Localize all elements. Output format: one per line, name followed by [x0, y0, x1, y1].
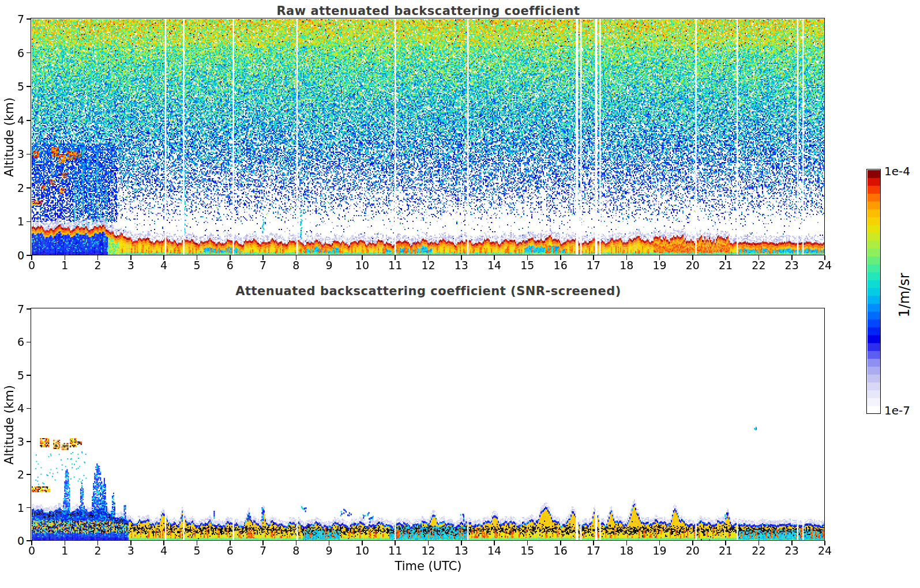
x-tick-label: 15	[520, 544, 534, 557]
x-tick-label: 8	[292, 259, 299, 272]
x-tick-label: 18	[619, 259, 633, 272]
screened-heatmap-canvas	[32, 309, 825, 541]
y-tick-mark	[27, 474, 31, 475]
y-tick-mark	[27, 540, 31, 541]
x-tick-label: 9	[326, 544, 333, 557]
x-axis-label: Time (UTC)	[32, 559, 825, 573]
y-tick-label: 6	[17, 336, 24, 348]
x-tick-label: 3	[127, 544, 134, 557]
x-tick-label: 7	[260, 544, 266, 557]
y-tick-label: 2	[17, 182, 24, 194]
x-tick-label: 19	[652, 544, 666, 557]
y-tick-label: 4	[17, 402, 24, 414]
y-tick-label: 3	[17, 435, 24, 448]
y-tick-label: 7	[17, 303, 24, 315]
x-tick-label: 8	[292, 544, 299, 557]
y-tick-mark	[27, 187, 31, 189]
x-tick-label: 4	[160, 544, 167, 557]
x-tick-label: 2	[95, 544, 102, 557]
x-tick-label: 13	[455, 544, 468, 557]
x-tick-label: 12	[421, 259, 435, 272]
y-tick-label: 3	[17, 148, 24, 160]
screened-panel-title: Attenuated backscattering coefficient (S…	[32, 284, 825, 298]
y-tick-label: 5	[17, 80, 24, 93]
y-tick-mark	[27, 255, 31, 256]
x-tick-label: 5	[193, 544, 200, 557]
x-tick-label: 17	[587, 544, 600, 557]
x-tick-label: 0	[28, 259, 35, 272]
y-tick-mark	[27, 342, 31, 343]
y-tick-label: 1	[17, 502, 24, 514]
y-tick-label: 1	[17, 215, 24, 228]
y-tick-label: 5	[17, 369, 24, 382]
y-tick-label: 6	[17, 47, 24, 59]
x-tick-label: 21	[719, 259, 733, 272]
x-tick-label: 23	[785, 259, 799, 272]
raw-y-axis-label: Altitude (km)	[2, 33, 16, 241]
x-tick-label: 17	[587, 259, 600, 272]
x-tick-label: 24	[818, 259, 832, 272]
x-tick-label: 1	[61, 259, 68, 272]
lidar-backscatter-figure: Raw attenuated backscattering coefficien…	[0, 0, 920, 588]
x-tick-label: 3	[127, 259, 134, 272]
y-tick-mark	[27, 441, 31, 442]
x-tick-label: 4	[160, 259, 167, 272]
colorbar-max-label: 1e-4	[884, 164, 910, 178]
y-tick-mark	[27, 18, 31, 20]
x-tick-label: 21	[719, 544, 733, 557]
x-tick-label: 20	[686, 544, 700, 557]
x-tick-label: 5	[193, 259, 200, 272]
x-tick-label: 11	[388, 544, 402, 557]
raw-heatmap-canvas	[32, 19, 825, 255]
x-tick-label: 14	[487, 259, 501, 272]
x-tick-label: 13	[455, 259, 468, 272]
y-tick-label: 7	[17, 13, 24, 25]
x-tick-label: 10	[355, 544, 369, 557]
y-tick-label: 0	[17, 534, 24, 547]
x-tick-label: 22	[752, 259, 765, 272]
y-tick-mark	[27, 221, 31, 223]
x-tick-label: 23	[785, 544, 799, 557]
y-tick-mark	[27, 507, 31, 508]
x-tick-label: 16	[554, 259, 568, 272]
x-tick-label: 0	[28, 544, 35, 557]
y-tick-mark	[27, 375, 31, 376]
screened-y-axis-label: Altitude (km)	[2, 321, 16, 529]
colorbar	[868, 170, 881, 414]
x-tick-label: 2	[95, 259, 102, 272]
y-tick-label: 4	[17, 114, 24, 127]
x-tick-label: 16	[554, 544, 568, 557]
y-tick-mark	[27, 52, 31, 54]
x-tick-label: 20	[686, 259, 700, 272]
x-tick-label: 18	[619, 544, 633, 557]
x-tick-label: 12	[421, 544, 435, 557]
y-tick-mark	[27, 154, 31, 155]
x-tick-label: 14	[487, 544, 501, 557]
y-tick-mark	[27, 86, 31, 87]
y-tick-label: 0	[17, 249, 24, 262]
y-tick-mark	[27, 308, 31, 310]
x-tick-label: 10	[355, 259, 369, 272]
x-tick-label: 6	[227, 544, 234, 557]
x-tick-label: 9	[326, 259, 333, 272]
x-tick-label: 11	[388, 259, 402, 272]
colorbar-min-label: 1e-7	[884, 404, 910, 417]
raw-panel-title: Raw attenuated backscattering coefficien…	[32, 4, 825, 18]
y-tick-label: 2	[17, 468, 24, 481]
colorbar-unit-label: 1/m/sr	[896, 238, 913, 353]
x-tick-label: 1	[61, 544, 68, 557]
x-tick-label: 22	[752, 544, 765, 557]
y-tick-mark	[27, 120, 31, 121]
x-tick-label: 7	[260, 259, 266, 272]
x-tick-label: 24	[818, 544, 832, 557]
x-tick-label: 6	[227, 259, 234, 272]
y-tick-mark	[27, 408, 31, 409]
x-tick-label: 19	[652, 259, 666, 272]
x-tick-label: 15	[520, 259, 534, 272]
